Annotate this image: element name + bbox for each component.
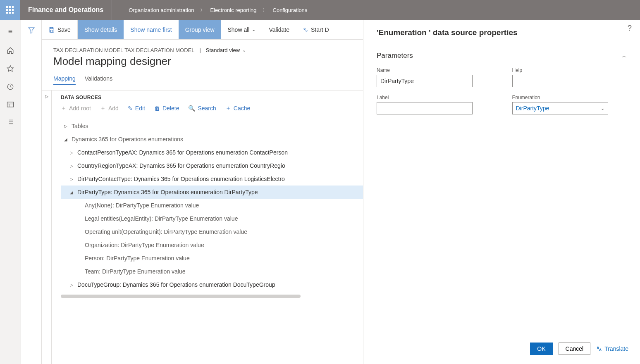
breadcrumb-item[interactable]: Configurations	[273, 7, 308, 13]
expand-icon: ▷	[64, 124, 68, 128]
svg-marker-0	[7, 66, 14, 71]
recent-icon[interactable]	[7, 83, 14, 90]
svg-rect-2	[7, 102, 14, 107]
chevron-down-icon: ⌄	[601, 106, 604, 111]
tree-node[interactable]: ▷Tables	[61, 119, 363, 133]
enumeration-select[interactable]: DirPartyType ⌄	[512, 102, 608, 114]
chevron-up-icon: ︿	[622, 52, 627, 59]
chevron-right-icon: 〉	[263, 7, 267, 13]
panel-section-header[interactable]: Parameters ︿	[377, 52, 627, 60]
svg-rect-12	[50, 27, 53, 29]
list-icon[interactable]	[7, 119, 14, 125]
show-all-button[interactable]: Show all ⌄	[221, 20, 263, 39]
delete-button[interactable]: 🗑Delete	[154, 105, 179, 112]
label-field: Label	[377, 95, 492, 114]
expand-icon: ▷	[70, 150, 74, 155]
collapse-icon: ◢	[64, 137, 68, 142]
tab-mapping[interactable]: Mapping	[53, 75, 76, 85]
tree-node[interactable]: ▷CountryRegionTypeAX: Dynamics 365 for O…	[61, 159, 363, 172]
show-details-button[interactable]: Show details	[78, 20, 124, 39]
collapse-icon: ◢	[70, 190, 74, 195]
plus-icon: ＋	[100, 105, 106, 112]
data-sources-title: DATA SOURCES	[61, 95, 363, 100]
properties-panel: 'Enumeration ' data source properties Pa…	[363, 20, 640, 364]
collapse-handle[interactable]: ▷	[42, 90, 52, 364]
app-title: Finance and Operations	[20, 0, 112, 20]
left-nav-rail: ≡	[0, 20, 21, 364]
enumeration-field: Enumeration DirPartyType ⌄	[512, 95, 627, 114]
save-button[interactable]: Save	[42, 20, 77, 39]
cache-button[interactable]: ＋Cache	[225, 105, 250, 112]
add-button[interactable]: ＋Add	[100, 105, 119, 112]
plus-icon: ＋	[61, 105, 67, 112]
label-input[interactable]	[377, 102, 473, 114]
svg-rect-13	[50, 30, 53, 32]
filter-column	[21, 20, 42, 364]
edit-button[interactable]: ✎Edit	[128, 105, 145, 112]
name-field: Name	[377, 67, 492, 87]
add-root-button[interactable]: ＋Add root	[61, 105, 91, 112]
cancel-button[interactable]: Cancel	[559, 343, 591, 355]
tab-validations[interactable]: Validations	[85, 75, 112, 85]
search-button[interactable]: 🔍Search	[188, 105, 216, 112]
chevron-down-icon: ⌄	[252, 27, 256, 32]
show-name-first-button[interactable]: Show name first	[124, 20, 178, 39]
tree-leaf[interactable]: Any(None): DirPartyType Enumeration valu…	[61, 199, 363, 212]
main-content: Save Show details Show name first Group …	[42, 20, 363, 364]
name-input[interactable]	[377, 75, 473, 87]
tree-node[interactable]: ▷DocuTypeGroup: Dynamics 365 for Operati…	[61, 278, 363, 291]
chevron-right-icon: 〉	[200, 7, 205, 13]
scrollbar[interactable]	[61, 295, 301, 298]
tree-node[interactable]: ◢Dynamics 365 for Operations enumeration…	[61, 133, 363, 146]
data-sources-toolbar: ＋Add root ＋Add ✎Edit 🗑Delete 🔍Search ＋Ca…	[61, 105, 363, 112]
data-sources-area: ▷ DATA SOURCES ＋Add root ＋Add ✎Edit 🗑Del…	[42, 90, 363, 364]
tree-node[interactable]: ▷DirPartyContactType: Dynamics 365 for O…	[61, 172, 363, 186]
svg-point-15	[306, 30, 308, 31]
module-icon[interactable]	[7, 101, 14, 108]
ok-button[interactable]: OK	[530, 343, 552, 355]
page-tabs: Mapping Validations	[53, 75, 351, 85]
help-field: Help	[512, 67, 627, 87]
translate-link[interactable]: Translate	[596, 345, 628, 352]
tree-leaf[interactable]: Person: DirPartyType Enumeration value	[61, 252, 363, 265]
page-title: Model mapping designer	[53, 55, 351, 68]
tree-node[interactable]: ▷ContactPersonTypeAX: Dynamics 365 for O…	[61, 146, 363, 159]
tree-leaf[interactable]: Organization: DirPartyType Enumeration v…	[61, 238, 363, 252]
validate-button[interactable]: Validate	[262, 20, 296, 39]
plus-icon: ＋	[225, 105, 231, 112]
gear-icon	[303, 27, 308, 33]
filter-icon[interactable]	[28, 26, 35, 364]
trash-icon: 🗑	[154, 105, 160, 112]
expand-icon: ▷	[70, 283, 74, 287]
help-input[interactable]	[512, 75, 608, 87]
home-icon[interactable]	[7, 47, 14, 54]
pencil-icon: ✎	[128, 105, 133, 112]
waffle-icon	[6, 6, 14, 14]
start-button[interactable]: Start D	[296, 20, 336, 39]
view-selector[interactable]: Standard view ⌄	[206, 47, 246, 53]
page-header: TAX DECLARATION MODEL TAX DECLARATION MO…	[42, 40, 363, 85]
menu-icon[interactable]: ≡	[8, 27, 13, 36]
search-icon: 🔍	[188, 105, 195, 112]
svg-point-14	[304, 28, 306, 29]
expand-icon: ▷	[70, 164, 74, 168]
tree-node-selected[interactable]: ◢DirPartyType: Dynamics 365 for Operatio…	[61, 186, 363, 199]
action-toolbar: Save Show details Show name first Group …	[42, 20, 363, 40]
translate-icon	[596, 346, 602, 352]
star-icon[interactable]	[7, 65, 14, 72]
tree-leaf[interactable]: Operating unit(OperatingUnit): DirPartyT…	[61, 225, 363, 238]
group-view-button[interactable]: Group view	[179, 20, 221, 39]
model-path-text: TAX DECLARATION MODEL TAX DECLARATION MO…	[53, 47, 194, 53]
data-sources-tree: ▷Tables ◢Dynamics 365 for Operations enu…	[61, 119, 363, 298]
app-launcher[interactable]	[0, 0, 20, 20]
app-header: Finance and Operations Organization admi…	[0, 0, 640, 20]
tree-leaf[interactable]: Legal entities(LegalEntity): DirPartyTyp…	[61, 212, 363, 225]
tree-leaf[interactable]: Team: DirPartyType Enumeration value	[61, 265, 363, 278]
breadcrumb: Organization administration 〉 Electronic…	[112, 7, 307, 13]
help-icon[interactable]: ?	[628, 24, 632, 33]
save-icon	[48, 26, 55, 33]
breadcrumb-item[interactable]: Organization administration	[129, 7, 194, 13]
chevron-down-icon: ⌄	[242, 48, 246, 53]
expand-icon: ▷	[70, 177, 74, 181]
breadcrumb-item[interactable]: Electronic reporting	[210, 7, 257, 13]
